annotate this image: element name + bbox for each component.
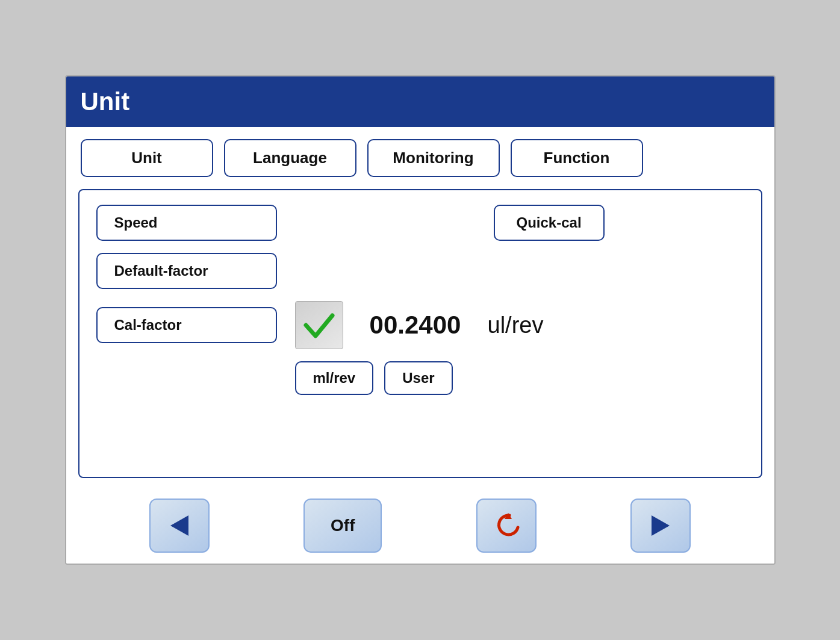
tab-monitoring[interactable]: Monitoring xyxy=(367,139,500,177)
default-factor-row: Default-factor xyxy=(96,253,744,289)
cal-factor-row: Cal-factor 00.2400 ul/rev xyxy=(96,301,744,349)
content-area: Speed Quick-cal Default-factor Cal-facto… xyxy=(78,189,762,478)
tab-function[interactable]: Function xyxy=(511,139,643,177)
tab-unit[interactable]: Unit xyxy=(81,139,213,177)
header-bar: Unit xyxy=(66,76,774,127)
forward-button[interactable] xyxy=(630,499,691,553)
speed-button[interactable]: Speed xyxy=(96,205,277,241)
default-factor-button[interactable]: Default-factor xyxy=(96,253,277,289)
forward-arrow-icon xyxy=(646,511,676,541)
off-button[interactable]: Off xyxy=(303,499,382,553)
checkmark-box[interactable] xyxy=(295,301,343,349)
back-arrow-icon xyxy=(164,511,194,541)
unit-options-row: ml/rev User xyxy=(295,361,744,395)
speed-row: Speed Quick-cal xyxy=(96,205,744,241)
cal-factor-button[interactable]: Cal-factor xyxy=(96,307,277,343)
main-container: Unit Unit Language Monitoring Function S… xyxy=(65,75,776,565)
tab-language[interactable]: Language xyxy=(224,139,356,177)
cal-right-section: 00.2400 ul/rev xyxy=(295,301,544,349)
svg-marker-0 xyxy=(170,515,188,536)
back-button[interactable] xyxy=(149,499,210,553)
tab-bar: Unit Language Monitoring Function xyxy=(66,127,774,189)
reset-button[interactable] xyxy=(476,499,537,553)
nav-bar: Off xyxy=(66,488,774,564)
svg-marker-2 xyxy=(652,515,670,536)
reset-icon xyxy=(491,511,521,541)
cal-value: 00.2400 xyxy=(361,311,470,340)
page-title: Unit xyxy=(81,87,760,116)
ml-rev-button[interactable]: ml/rev xyxy=(295,361,374,395)
content-grid: Speed Quick-cal Default-factor Cal-facto… xyxy=(96,205,744,395)
checkmark-icon xyxy=(301,307,337,343)
quick-cal-button[interactable]: Quick-cal xyxy=(494,205,605,241)
cal-unit: ul/rev xyxy=(488,312,544,338)
user-button[interactable]: User xyxy=(384,361,452,395)
